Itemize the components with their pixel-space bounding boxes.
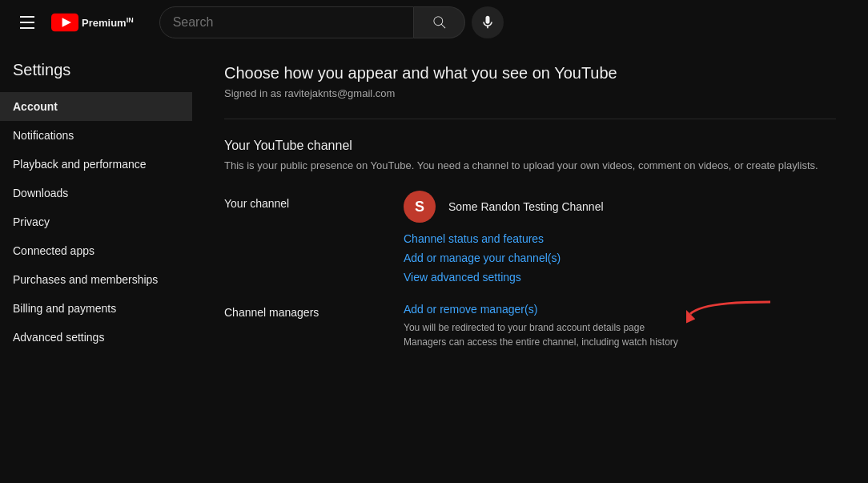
top-navigation: PremiumIN <box>0 0 868 45</box>
sidebar: Settings Account Notifications Playback … <box>0 45 192 483</box>
channel-avatar: S <box>404 191 436 223</box>
channel-section-desc: This is your public presence on YouTube.… <box>224 159 836 171</box>
youtube-logo <box>51 13 78 32</box>
manage-channels-link[interactable]: Add or manage your channel(s) <box>404 252 604 264</box>
arrow-container: Add or remove manager(s) <box>404 303 678 316</box>
sidebar-item-label: Billing and payments <box>13 302 116 315</box>
sidebar-item-connected-apps[interactable]: Connected apps <box>0 236 192 265</box>
sidebar-item-label: Downloads <box>13 187 68 199</box>
sidebar-item-advanced[interactable]: Advanced settings <box>0 323 192 352</box>
premium-label: PremiumIN <box>82 16 134 29</box>
logo-area[interactable]: PremiumIN <box>51 13 134 32</box>
channel-info: S Some Randon Testing Channel <box>404 191 604 223</box>
add-remove-managers-link[interactable]: Add or remove manager(s) <box>404 303 537 316</box>
sidebar-item-downloads[interactable]: Downloads <box>0 179 192 207</box>
managers-desc: You will be redirected to your brand acc… <box>404 320 678 349</box>
sidebar-item-label: Privacy <box>13 215 50 228</box>
red-arrow-icon <box>686 298 774 330</box>
search-bar <box>159 6 415 38</box>
sidebar-item-billing[interactable]: Billing and payments <box>0 294 192 323</box>
sidebar-item-privacy[interactable]: Privacy <box>0 207 192 236</box>
managers-content: Add or remove manager(s) You will be red… <box>404 303 678 349</box>
sidebar-item-label: Advanced settings <box>13 331 104 344</box>
sidebar-item-label: Notifications <box>13 129 74 142</box>
search-area <box>159 6 504 38</box>
sidebar-item-label: Connected apps <box>13 244 94 257</box>
sidebar-item-label: Purchases and memberships <box>13 273 158 286</box>
channel-section-title: Your YouTube channel <box>224 139 836 153</box>
sidebar-item-account[interactable]: Account <box>0 92 192 121</box>
sidebar-item-notifications[interactable]: Notifications <box>0 121 192 150</box>
channel-section: Your channel S Some Randon Testing Chann… <box>224 191 836 284</box>
page-title: Choose how you appear and what you see o… <box>224 64 836 83</box>
microphone-button[interactable] <box>472 6 504 38</box>
sidebar-item-purchases[interactable]: Purchases and memberships <box>0 265 192 294</box>
managers-label: Channel managers <box>224 303 384 349</box>
managers-section: Channel managers Add or remove manager(s… <box>224 303 836 349</box>
sidebar-item-label: Account <box>13 100 58 113</box>
menu-button[interactable] <box>13 8 42 37</box>
main-layout: Settings Account Notifications Playback … <box>0 45 868 483</box>
channel-status-link[interactable]: Channel status and features <box>404 232 604 245</box>
signed-in-text: Signed in as ravitejaknts@gmail.com <box>224 87 836 99</box>
search-input[interactable] <box>173 15 401 30</box>
main-content: Choose how you appear and what you see o… <box>192 45 868 483</box>
microphone-icon <box>480 14 496 30</box>
channel-content: S Some Randon Testing Channel Channel st… <box>404 191 604 284</box>
sidebar-item-playback[interactable]: Playback and performance <box>0 150 192 179</box>
search-icon <box>432 14 448 30</box>
section-divider <box>224 119 836 119</box>
your-channel-label: Your channel <box>224 191 384 284</box>
channel-name: Some Randon Testing Channel <box>448 200 604 213</box>
search-button[interactable] <box>414 6 465 38</box>
settings-title: Settings <box>0 54 192 92</box>
sidebar-item-label: Playback and performance <box>13 158 147 171</box>
channel-links: Channel status and features Add or manag… <box>404 232 604 284</box>
advanced-settings-link[interactable]: View advanced settings <box>404 271 604 284</box>
